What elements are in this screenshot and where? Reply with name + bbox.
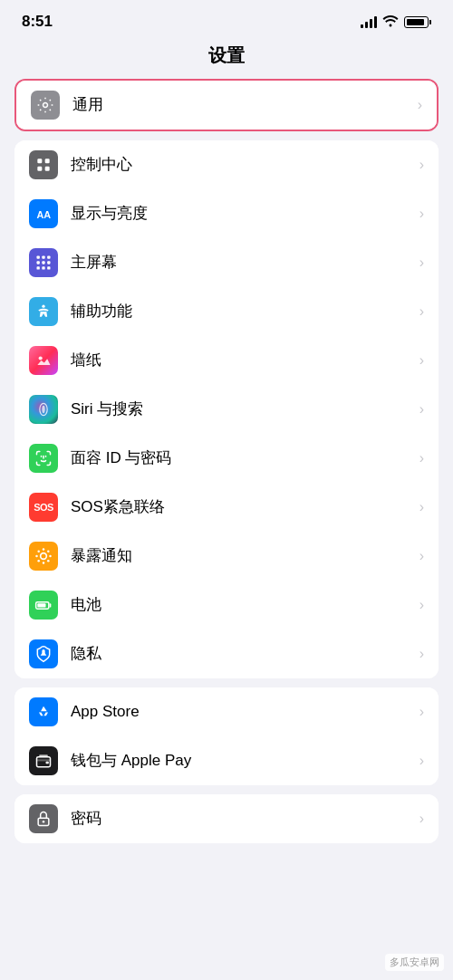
svg-rect-1 [37, 159, 42, 163]
faceid-label: 面容 ID 与密码 [71, 448, 419, 468]
svg-point-19 [41, 553, 47, 560]
svg-rect-13 [42, 266, 44, 269]
svg-rect-8 [47, 256, 50, 259]
general-label: 通用 [72, 95, 418, 115]
svg-rect-2 [45, 159, 50, 163]
control-center-label: 控制中心 [71, 155, 419, 175]
svg-point-0 [43, 103, 48, 108]
appstore-icon [29, 697, 58, 726]
section-main: 控制中心 › AA 显示与亮度 › 主屏幕 › [14, 140, 439, 678]
control-center-icon [29, 150, 58, 179]
siri-icon [29, 395, 58, 424]
sidebar-item-exposure[interactable]: 暴露通知 › [14, 532, 439, 581]
wallpaper-icon [29, 346, 58, 375]
passwords-icon [29, 804, 58, 833]
sidebar-item-sos[interactable]: SOS SOS紧急联络 › [14, 483, 439, 532]
svg-rect-7 [42, 256, 44, 259]
display-chevron: › [419, 206, 424, 222]
svg-rect-6 [37, 256, 40, 259]
sidebar-item-appstore[interactable]: App Store › [14, 687, 439, 736]
wallet-label: 钱包与 Apple Pay [71, 751, 419, 771]
sos-chevron: › [419, 499, 424, 515]
svg-point-21 [43, 562, 45, 564]
wallet-icon [29, 746, 58, 775]
sidebar-item-control-center[interactable]: 控制中心 › [14, 140, 439, 189]
sidebar-item-passwords[interactable]: 密码 › [14, 794, 439, 843]
accessibility-label: 辅助功能 [71, 302, 419, 322]
svg-rect-4 [45, 167, 50, 171]
sidebar-item-wallpaper[interactable]: 墙纸 › [14, 336, 439, 385]
sidebar-item-faceid[interactable]: 面容 ID 与密码 › [14, 434, 439, 483]
accessibility-chevron: › [419, 303, 424, 320]
privacy-label: 隐私 [71, 644, 419, 664]
svg-point-25 [47, 560, 50, 562]
svg-point-24 [37, 550, 40, 552]
sidebar-item-accessibility[interactable]: 辅助功能 › [14, 287, 439, 336]
wallet-chevron: › [419, 753, 424, 769]
general-icon [31, 91, 60, 120]
control-center-chevron: › [419, 157, 424, 173]
signal-icon [361, 15, 377, 28]
status-time: 8:51 [22, 13, 53, 31]
svg-rect-3 [37, 167, 42, 171]
wallpaper-chevron: › [419, 352, 424, 369]
svg-text:AA: AA [37, 209, 52, 220]
battery-label: 电池 [71, 595, 419, 615]
sidebar-item-privacy[interactable]: 隐私 › [14, 629, 439, 678]
wifi-icon [382, 14, 399, 30]
page-title: 设置 [0, 36, 453, 79]
svg-point-26 [47, 550, 50, 552]
svg-point-22 [35, 555, 38, 558]
svg-rect-29 [37, 603, 45, 607]
svg-point-20 [43, 548, 45, 551]
section-apps: App Store › 钱包与 Apple Pay › [14, 687, 439, 785]
faceid-icon [29, 444, 58, 473]
siri-chevron: › [419, 401, 424, 418]
svg-point-35 [43, 821, 45, 823]
svg-point-16 [39, 356, 43, 360]
sidebar-item-siri[interactable]: Siri 与搜索 › [14, 385, 439, 434]
sidebar-item-battery[interactable]: 电池 › [14, 581, 439, 629]
battery-status-icon [404, 16, 431, 28]
homescreen-chevron: › [419, 255, 424, 271]
sidebar-item-homescreen[interactable]: 主屏幕 › [14, 238, 439, 287]
svg-point-23 [49, 555, 52, 558]
svg-point-18 [42, 406, 44, 413]
exposure-chevron: › [419, 548, 424, 564]
appstore-chevron: › [419, 704, 424, 720]
homescreen-label: 主屏幕 [71, 253, 419, 273]
display-icon: AA [29, 199, 58, 228]
privacy-chevron: › [419, 646, 424, 662]
svg-rect-12 [37, 266, 40, 269]
svg-rect-11 [47, 261, 50, 264]
siri-label: Siri 与搜索 [71, 399, 419, 419]
svg-rect-9 [37, 261, 40, 264]
passwords-chevron: › [419, 811, 424, 827]
wallpaper-label: 墙纸 [71, 351, 419, 370]
sos-label: SOS紧急联络 [71, 497, 419, 517]
sidebar-item-general[interactable]: 通用 › [16, 81, 437, 130]
exposure-label: 暴露通知 [71, 546, 419, 566]
battery-icon [29, 591, 58, 620]
svg-rect-33 [46, 762, 49, 764]
battery-chevron: › [419, 597, 424, 613]
display-label: 显示与亮度 [71, 204, 419, 224]
privacy-icon [29, 639, 58, 668]
watermark: 多瓜安卓网 [385, 954, 444, 971]
section-password: 密码 › [14, 794, 439, 843]
section-general-highlighted: 通用 › [14, 79, 439, 131]
exposure-icon [29, 542, 58, 571]
svg-rect-10 [42, 261, 44, 264]
sos-icon: SOS [29, 493, 58, 522]
svg-rect-14 [47, 266, 50, 269]
passwords-label: 密码 [71, 809, 419, 829]
sidebar-item-wallet[interactable]: 钱包与 Apple Pay › [14, 736, 439, 785]
general-chevron: › [418, 97, 422, 113]
status-icons [361, 14, 431, 30]
faceid-chevron: › [419, 450, 424, 466]
svg-rect-32 [37, 759, 51, 761]
sidebar-item-display[interactable]: AA 显示与亮度 › [14, 189, 439, 238]
appstore-label: App Store [71, 702, 419, 722]
svg-point-27 [37, 560, 40, 562]
accessibility-icon [29, 297, 58, 326]
